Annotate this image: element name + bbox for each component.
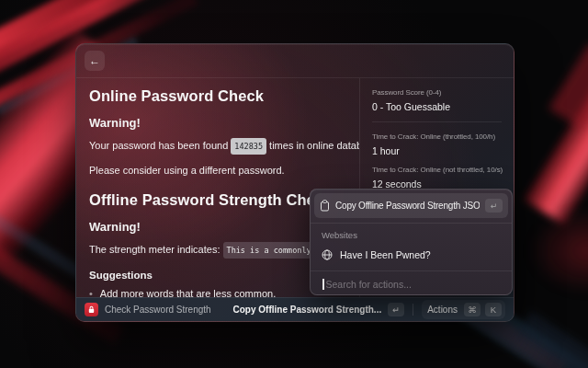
primary-action-label[interactable]: Copy Offline Password Strength... — [233, 305, 382, 315]
panel-divider — [311, 223, 512, 224]
actions-label: Actions — [427, 305, 458, 315]
cmd-key-badge: ⌘ — [464, 303, 481, 316]
window-header: ← — [76, 44, 514, 78]
metadata-label: Time to Crack: Online (not throttled, 10… — [372, 166, 502, 174]
suggestions-title: Suggestions — [89, 270, 346, 281]
metadata-divider — [372, 121, 502, 122]
status-bar: Check Password Strength Copy Offline Pas… — [76, 297, 514, 321]
action-label: Copy Offline Password Strength JSON — [335, 201, 480, 211]
enter-key-badge: ↵ — [485, 199, 503, 213]
back-button[interactable]: ← — [85, 51, 105, 71]
metadata-value: 1 hour — [372, 145, 502, 156]
metadata-value: 0 - Too Guessable — [372, 101, 502, 112]
wallpaper-ribbon — [524, 43, 588, 224]
action-item-copy-json[interactable]: Copy Offline Password Strength JSON ↵ — [314, 193, 508, 218]
action-item-hibp[interactable]: Have I Been Pwned? — [314, 244, 508, 266]
clipboard-icon — [320, 200, 330, 212]
command-name: Check Password Strength — [105, 305, 211, 315]
advice-line: Please consider using a different passwo… — [89, 163, 346, 178]
found-line: Your password has been found 142835 time… — [89, 138, 346, 155]
enter-key-badge: ↵ — [388, 303, 404, 316]
offline-check-title: Offline Password Strength Check — [89, 191, 346, 209]
suggestion-text: Add more words that are less common. — [100, 287, 276, 297]
meter-line-pre: The strength meter indicates: — [89, 244, 223, 255]
wallpaper-glow — [528, 207, 588, 294]
back-arrow-icon: ← — [89, 54, 100, 67]
password-app-icon — [85, 303, 98, 316]
found-line-post: times in online databases. — [266, 140, 359, 151]
bullet-dot: • — [89, 287, 93, 297]
globe-icon — [322, 249, 333, 260]
action-label: Have I Been Pwned? — [340, 249, 501, 260]
websites-section-label: Websites — [322, 230, 501, 240]
online-warning-title: Warning! — [89, 116, 346, 130]
wallpaper-shape — [548, 43, 588, 131]
offline-warning-title: Warning! — [89, 220, 346, 234]
found-count-code: 142835 — [231, 138, 266, 155]
suggestion-item: • Add more words that are less common. — [89, 287, 346, 297]
raycast-window: ← Online Password Check Warning! Your pa… — [75, 43, 514, 322]
metadata-label: Password Score (0-4) — [372, 88, 502, 97]
actions-menu-button[interactable]: Actions ⌘ K — [422, 300, 505, 319]
meter-line: The strength meter indicates: This is a … — [89, 242, 346, 259]
found-line-pre: Your password has been found — [89, 140, 231, 151]
desktop: { "header": { "back_icon": "←" }, "conte… — [0, 0, 588, 368]
action-search-field[interactable] — [314, 271, 508, 296]
status-divider — [413, 304, 413, 316]
wallpaper-streak — [516, 311, 588, 368]
online-check-title: Online Password Check — [89, 87, 346, 105]
action-panel: Copy Offline Password Strength JSON ↵ We… — [310, 189, 513, 295]
k-key-badge: K — [485, 303, 502, 316]
text-caret — [322, 279, 324, 290]
metadata-label: Time to Crack: Online (throttled, 100/h) — [372, 132, 502, 141]
action-search-input[interactable] — [326, 279, 501, 290]
